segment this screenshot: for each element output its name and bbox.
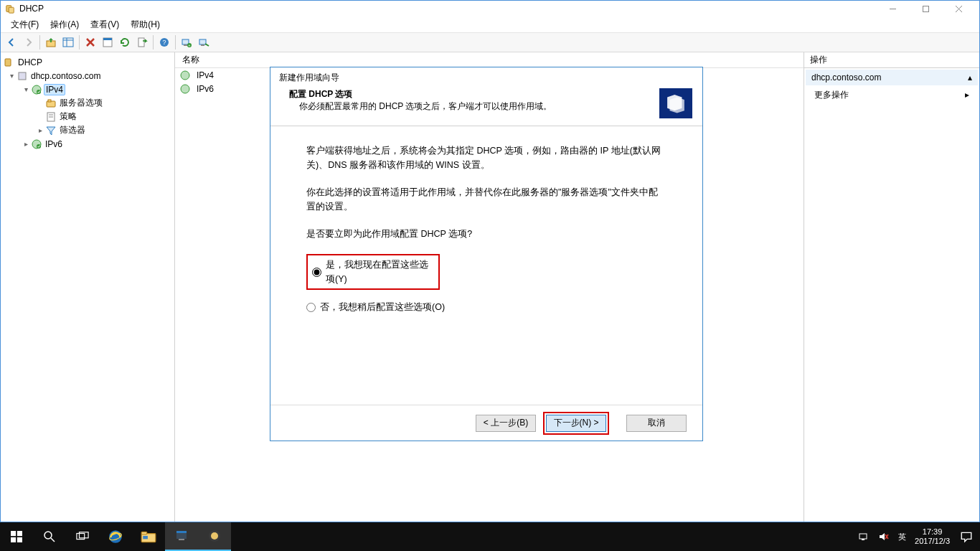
actions-more[interactable]: 更多操作 ▸: [804, 87, 979, 103]
list-header[interactable]: 名称: [175, 52, 804, 68]
wizard-p2: 你在此选择的设置将适用于此作用域，并替代你在此服务器的"服务器选项"文件夹中配置…: [306, 185, 666, 214]
actions-selected-label: dhcp.contoso.com: [811, 72, 881, 83]
list-item-label: IPv6: [197, 84, 214, 94]
chevron-right-icon[interactable]: ▸: [35, 126, 45, 134]
filters-icon: [45, 125, 57, 136]
new-scope-wizard: 新建作用域向导 配置 DHCP 选项 你必须配置最常用的 DHCP 选项之后，客…: [270, 67, 703, 441]
svg-rect-39: [17, 537, 22, 542]
task-view-icon[interactable]: [66, 522, 99, 551]
svg-rect-7: [63, 38, 73, 47]
properties-icon[interactable]: [100, 34, 116, 50]
wizard-title: 新建作用域向导: [270, 67, 702, 85]
server-add-icon[interactable]: +: [179, 34, 194, 50]
svg-line-41: [51, 538, 55, 542]
menu-file[interactable]: 文件(F): [5, 17, 44, 32]
show-hide-tree-icon[interactable]: [60, 34, 76, 50]
server-manage-icon[interactable]: [196, 34, 212, 50]
svg-point-34: [181, 71, 189, 80]
export-list-icon[interactable]: [134, 34, 150, 50]
chevron-up-icon: ▴: [968, 72, 972, 83]
radio-no-row[interactable]: 否，我想稍后配置这些选项(O): [306, 300, 666, 314]
radio-yes-row[interactable]: 是，我想现在配置这些选项(Y): [306, 254, 440, 290]
svg-rect-51: [179, 539, 184, 540]
tree-filters[interactable]: ▸ 筛选器: [2, 123, 173, 137]
refresh-icon[interactable]: [117, 34, 133, 50]
toolbar-separator: [39, 35, 40, 50]
menubar: 文件(F) 操作(A) 查看(V) 帮助(H): [1, 17, 979, 32]
server-options-icon: [45, 98, 57, 109]
up-icon[interactable]: [43, 34, 59, 50]
taskbar[interactable]: 英 17:39 2017/12/3: [0, 522, 980, 551]
start-button[interactable]: [0, 522, 33, 551]
body: DHCP ▾ dhcp.contoso.com ▾ IPv4 服务器选项 策略: [1, 52, 979, 522]
menu-help[interactable]: 帮助(H): [125, 17, 166, 32]
radio-no-label[interactable]: 否，我想稍后配置这些选项(O): [320, 300, 445, 314]
svg-rect-18: [184, 44, 187, 46]
ipv4-icon: [31, 84, 42, 95]
cancel-button[interactable]: 取消: [626, 415, 687, 432]
taskbar-clock[interactable]: 17:39 2017/12/3: [915, 527, 950, 546]
svg-rect-28: [48, 100, 51, 102]
back-button[interactable]: < 上一步(B): [476, 415, 536, 432]
wizard-p1: 客户端获得地址之后，系统将会为其指定 DHCP 选项，例如，路由器的 IP 地址…: [306, 143, 666, 172]
delete-icon[interactable]: [83, 34, 98, 50]
minimize-button[interactable]: [876, 1, 909, 17]
tree-panel[interactable]: DHCP ▾ dhcp.contoso.com ▾ IPv4 服务器选项 策略: [1, 52, 175, 522]
svg-rect-55: [862, 539, 864, 540]
tree-ipv4-label: IPv4: [44, 84, 65, 95]
volume-muted-icon[interactable]: [878, 531, 890, 542]
back-icon[interactable]: [4, 34, 19, 50]
tree-policies[interactable]: 策略: [2, 110, 173, 123]
close-button[interactable]: [942, 1, 975, 17]
network-icon[interactable]: [858, 531, 870, 542]
next-button[interactable]: 下一步(N) >: [546, 415, 606, 432]
svg-rect-48: [143, 536, 148, 539]
ie-icon[interactable]: [99, 522, 132, 551]
tree-root[interactable]: DHCP: [2, 55, 173, 69]
dhcp-taskbar-icon[interactable]: [198, 522, 231, 551]
svg-rect-22: [201, 44, 204, 46]
tree-ipv6[interactable]: ▸ IPv6: [2, 137, 173, 151]
chevron-right-icon[interactable]: ▸: [21, 140, 31, 148]
actions-header: 操作: [804, 52, 979, 68]
server-icon: [17, 70, 28, 82]
ipv6-icon: [179, 83, 191, 95]
forward-icon[interactable]: [21, 34, 37, 50]
taskbar-right: 英 17:39 2017/12/3: [852, 527, 980, 546]
wizard-header-sub: 你必须配置最常用的 DHCP 选项之后，客户端才可以使用作用域。: [289, 100, 552, 113]
ime-indicator[interactable]: 英: [898, 532, 906, 542]
svg-point-26: [37, 90, 41, 94]
radio-yes-label[interactable]: 是，我想现在配置这些选项(Y): [326, 258, 434, 286]
list-col-name[interactable]: 名称: [179, 54, 265, 66]
window-controls: [876, 1, 975, 17]
chevron-down-icon[interactable]: ▾: [21, 85, 31, 93]
tree-ipv4[interactable]: ▾ IPv4: [2, 83, 173, 96]
dhcp-mmc-window: DHCP 文件(F) 操作(A) 查看(V) 帮助(H) ? +: [0, 0, 980, 522]
wizard-header: 配置 DHCP 选项 你必须配置最常用的 DHCP 选项之后，客户端才可以使用作…: [270, 85, 702, 126]
notifications-icon[interactable]: [958, 529, 974, 544]
svg-text:+: +: [189, 43, 191, 47]
menu-action[interactable]: 操作(A): [44, 17, 85, 32]
svg-point-33: [37, 144, 41, 149]
explorer-icon[interactable]: [132, 522, 165, 551]
maximize-button[interactable]: [909, 1, 942, 17]
wizard-body: 客户端获得地址之后，系统将会为其指定 DHCP 选项，例如，路由器的 IP 地址…: [270, 126, 702, 405]
radio-yes[interactable]: [312, 268, 321, 277]
taskbar-left: [0, 522, 231, 551]
server-manager-icon[interactable]: [165, 522, 198, 551]
menu-view[interactable]: 查看(V): [85, 17, 125, 32]
svg-rect-23: [5, 59, 11, 66]
help-icon[interactable]: ?: [156, 34, 172, 50]
tree-server[interactable]: ▾ dhcp.contoso.com: [2, 69, 173, 83]
svg-point-35: [181, 85, 189, 93]
tree-server-options[interactable]: 服务器选项: [2, 96, 173, 110]
svg-rect-14: [138, 38, 144, 47]
actions-more-label: 更多操作: [814, 89, 849, 101]
taskbar-time: 17:39: [915, 527, 950, 537]
actions-selected[interactable]: dhcp.contoso.com ▴: [806, 70, 978, 85]
ipv4-icon: [179, 70, 191, 81]
search-icon[interactable]: [33, 522, 66, 551]
chevron-down-icon[interactable]: ▾: [6, 72, 17, 80]
tree-server-options-label: 服务器选项: [60, 97, 103, 109]
radio-no[interactable]: [306, 303, 316, 312]
